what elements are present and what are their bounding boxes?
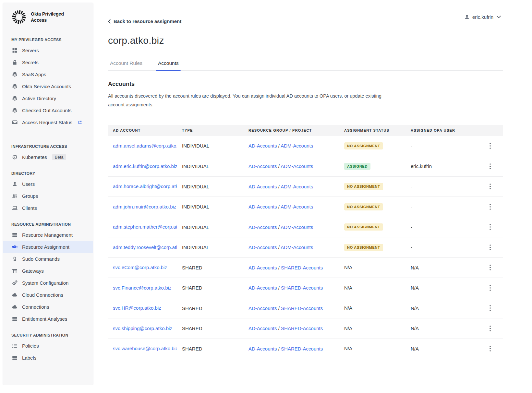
sidebar-item-servers[interactable]: Servers: [3, 44, 93, 56]
resource-group-link[interactable]: AD-Accounts: [248, 265, 277, 270]
sidebar-item-resource-management[interactable]: Resource Management: [3, 229, 93, 241]
row-actions-kebab-icon[interactable]: [487, 223, 493, 231]
sidebar-item-groups[interactable]: Groups: [3, 190, 93, 202]
sidebar-item-connections[interactable]: Connections: [3, 301, 93, 313]
sidebar-item-system-configuration[interactable]: System Configuration: [3, 277, 93, 289]
cell-resource-group: AD-Accounts / SHARED-Accounts: [248, 285, 344, 291]
sidebar-item-label: Kubernetes: [22, 154, 47, 160]
project-link[interactable]: SHARED-Accounts: [281, 305, 323, 311]
resource-group-link[interactable]: AD-Accounts: [248, 285, 277, 291]
row-actions-kebab-icon[interactable]: [487, 304, 493, 312]
cell-assigned-opa-user: -: [411, 184, 477, 189]
resource-group-link[interactable]: AD-Accounts: [248, 163, 277, 169]
tab-accounts[interactable]: Accounts: [156, 60, 181, 70]
project-link[interactable]: ADM-Accounts: [281, 244, 313, 250]
sidebar-item-entitlement-analyses[interactable]: Entitlement Analyses: [3, 313, 93, 325]
resource-group-link[interactable]: AD-Accounts: [248, 204, 277, 209]
cell-ad-account: adm.john.muir@corp.atko.biz: [113, 204, 177, 210]
resource-group-link[interactable]: AD-Accounts: [248, 224, 277, 230]
cell-ad-account: adm.teddy.roosevelt@corp.atko.biz: [113, 244, 177, 250]
row-actions-kebab-icon[interactable]: [487, 244, 493, 251]
ad-account-link[interactable]: adm.horace.albright@corp.atko.biz: [113, 184, 177, 189]
sidebar-item-label: Sudo Commands: [22, 256, 60, 262]
cell-resource-group: AD-Accounts / ADM-Accounts: [248, 184, 344, 189]
sidebar-item-label: Active Directory: [22, 96, 56, 101]
sidebar-item-saas-apps[interactable]: SaaS Apps: [3, 68, 93, 80]
user-icon: [12, 181, 18, 187]
row-actions-kebab-icon[interactable]: [487, 264, 493, 271]
ad-account-link[interactable]: adm.ansel.adams@corp.atko.biz: [113, 143, 177, 149]
resource-group-link[interactable]: AD-Accounts: [248, 143, 277, 149]
row-actions-kebab-icon[interactable]: [487, 183, 493, 190]
sidebar-item-gateways[interactable]: Gateways: [3, 265, 93, 277]
sidebar-item-resource-assignment[interactable]: Resource Assignment: [3, 241, 93, 253]
sidebar-item-label: Groups: [22, 193, 38, 199]
section-label-security-administration: SECURITY ADMINISTRATION: [3, 333, 93, 340]
accounts-table: AD ACCOUNT TYPE RESOURCE GROUP / PROJECT…: [108, 125, 503, 359]
project-link[interactable]: SHARED-Accounts: [281, 346, 323, 351]
row-actions-kebab-icon[interactable]: [487, 345, 493, 352]
cell-assigned-opa-user: N/A: [411, 265, 477, 270]
table-row: svc.warehouse@corp.atko.bizSHAREDAD-Acco…: [108, 339, 503, 359]
ad-account-link[interactable]: adm.teddy.roosevelt@corp.atko.biz: [113, 244, 177, 250]
ad-account-link[interactable]: svc.eCom@corp.atko.biz: [113, 265, 167, 270]
layers-icon: [12, 96, 18, 101]
cell-resource-group: AD-Accounts / ADM-Accounts: [248, 143, 344, 149]
sidebar-item-policies[interactable]: Policies: [3, 340, 93, 352]
cell-assigned-opa-user: N/A: [411, 346, 477, 351]
gears-icon: [12, 280, 18, 286]
ad-account-link[interactable]: adm.eric.kufrin@corp.atko.biz: [113, 163, 177, 169]
project-link[interactable]: ADM-Accounts: [281, 184, 313, 189]
sidebar-item-secrets[interactable]: Secrets: [3, 56, 93, 68]
resource-group-link[interactable]: AD-Accounts: [248, 326, 277, 331]
ad-account-link[interactable]: svc.Finance@corp.atko.biz: [113, 285, 171, 291]
resource-group-link[interactable]: AD-Accounts: [248, 346, 277, 351]
nav-section: MY PRIVILEGED ACCESSServersSecretsSaaS A…: [3, 38, 93, 128]
sidebar-item-okta-service-accounts[interactable]: Okta Service Accounts: [3, 80, 93, 92]
sidebar-item-cloud-connections[interactable]: Cloud Connections: [3, 289, 93, 301]
cell-ad-account: svc.HR@corp.atko.biz: [113, 305, 177, 311]
project-link[interactable]: SHARED-Accounts: [281, 326, 323, 331]
sidebar-item-checked-out-accounts[interactable]: Checked Out Accounts: [3, 104, 93, 116]
sidebar-item-active-directory[interactable]: Active Directory: [3, 92, 93, 104]
row-actions-kebab-icon[interactable]: [487, 203, 493, 210]
ad-account-link[interactable]: adm.john.muir@corp.atko.biz: [113, 204, 176, 209]
cell-resource-group: AD-Accounts / ADM-Accounts: [248, 224, 344, 230]
sidebar-item-sudo-commands[interactable]: Sudo Commands: [3, 253, 93, 265]
project-link[interactable]: ADM-Accounts: [281, 204, 313, 209]
row-actions-kebab-icon[interactable]: [487, 284, 493, 292]
ad-account-link[interactable]: adm.stephen.mather@corp.atko.biz: [113, 224, 177, 230]
sidebar-item-clients[interactable]: Clients: [3, 202, 93, 214]
row-actions-kebab-icon[interactable]: [487, 163, 493, 170]
col-assigned-opa-user: ASSIGNED OPA USER: [411, 128, 477, 132]
project-link[interactable]: SHARED-Accounts: [281, 265, 323, 270]
back-link[interactable]: Back to resource assignment: [108, 18, 503, 24]
cell-assigned-opa-user: N/A: [411, 285, 477, 291]
project-link[interactable]: SHARED-Accounts: [281, 285, 323, 291]
resource-group-link[interactable]: AD-Accounts: [248, 184, 277, 189]
sidebar-item-labels[interactable]: Labels: [3, 352, 93, 364]
resource-group-link[interactable]: AD-Accounts: [248, 244, 277, 250]
cell-assigned-opa-user: -: [411, 224, 477, 230]
project-link[interactable]: ADM-Accounts: [281, 163, 313, 169]
sidebar-item-kubernetes[interactable]: KubernetesBeta: [3, 151, 93, 163]
accounts-section-title: Accounts: [108, 81, 503, 88]
project-link[interactable]: ADM-Accounts: [281, 143, 313, 149]
sidebar-item-access-request-status[interactable]: Access Request Status: [3, 116, 93, 128]
row-actions-kebab-icon[interactable]: [487, 325, 493, 332]
sidebar-divider: [3, 136, 93, 136]
project-link[interactable]: ADM-Accounts: [281, 224, 313, 230]
cell-type: SHARED: [182, 326, 248, 331]
ad-account-link[interactable]: svc.HR@corp.atko.biz: [113, 305, 161, 311]
external-link-icon: [78, 120, 82, 125]
ad-account-link[interactable]: svc.shipping@corp.atko.biz: [113, 326, 172, 331]
resource-group-link[interactable]: AD-Accounts: [248, 305, 277, 311]
sidebar-item-users[interactable]: Users: [3, 178, 93, 190]
tab-account-rules[interactable]: Account Rules: [108, 60, 144, 70]
ad-account-link[interactable]: svc.warehouse@corp.atko.biz: [113, 346, 177, 351]
cell-resource-group: AD-Accounts / SHARED-Accounts: [248, 346, 344, 351]
table-row: svc.eCom@corp.atko.bizSHAREDAD-Accounts …: [108, 257, 503, 278]
link-separator: /: [277, 305, 281, 311]
sidebar-item-label: System Configuration: [22, 280, 68, 286]
row-actions-kebab-icon[interactable]: [487, 142, 493, 149]
